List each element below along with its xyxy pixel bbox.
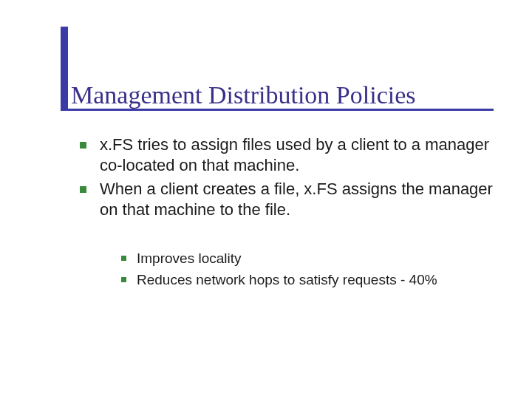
list-item: Reduces network hops to satisfy requests… [121, 271, 505, 290]
main-bullets: x.FS tries to assign files used by a cli… [80, 134, 494, 224]
square-bullet-icon [121, 277, 126, 282]
title-block: Management Distribution Policies [71, 81, 416, 109]
sub-bullets: Improves locality Reduces network hops t… [121, 250, 505, 292]
title-underline [61, 109, 494, 111]
title-accent-bar [61, 27, 68, 109]
square-bullet-icon [121, 256, 126, 261]
bullet-text: x.FS tries to assign files used by a cli… [100, 134, 494, 176]
square-bullet-icon [80, 186, 86, 193]
bullet-text: Improves locality [137, 250, 242, 268]
bullet-text: Reduces network hops to satisfy requests… [137, 271, 437, 290]
list-item: When a client creates a file, x.FS assig… [80, 179, 494, 220]
square-bullet-icon [80, 142, 86, 149]
list-item: Improves locality [121, 250, 505, 268]
slide: Management Distribution Policies x.FS tr… [0, 0, 532, 399]
bullet-text: When a client creates a file, x.FS assig… [100, 179, 494, 220]
slide-title: Management Distribution Policies [71, 81, 416, 109]
list-item: x.FS tries to assign files used by a cli… [80, 134, 494, 176]
